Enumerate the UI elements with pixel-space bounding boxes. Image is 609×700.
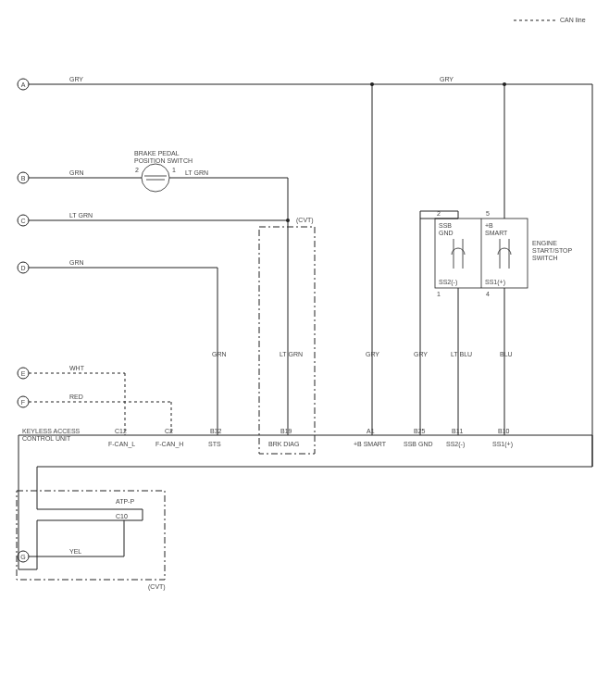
svg-text:A: A <box>21 81 26 88</box>
kacu-title2: CONTROL UNIT <box>22 435 71 442</box>
svg-text:GND: GND <box>439 230 454 236</box>
svg-text:WHT: WHT <box>69 365 85 371</box>
terminal-g: G <box>18 551 29 562</box>
legend-label: CAN line <box>560 17 586 23</box>
wire-b-grn: GRN <box>29 169 142 178</box>
svg-text:B19: B19 <box>280 428 292 434</box>
kacu-pin-c2: C2 F-CAN_H <box>155 428 183 448</box>
terminal-a: A <box>18 79 29 90</box>
svg-text:+B SMART: +B SMART <box>354 441 387 447</box>
cvt-label-bottom: (CVT) <box>148 583 166 591</box>
wire-color-c-left: LT GRN <box>69 212 93 219</box>
svg-text:F: F <box>21 399 25 406</box>
terminal-b: B <box>18 172 29 183</box>
engine-switch-label3: SWITCH <box>532 255 558 261</box>
svg-text:ATP-P: ATP-P <box>116 498 134 505</box>
node-ltgrn-junction <box>286 219 290 222</box>
wire-ss2-ltblu: LT BLU <box>451 288 472 435</box>
svg-text:D: D <box>20 265 25 271</box>
col-sts-color: GRN <box>212 351 227 357</box>
svg-text:SMART: SMART <box>485 230 508 236</box>
kacu-pin-b10: B10 SS1(+) <box>492 428 513 448</box>
svg-point-18 <box>142 164 169 192</box>
svg-text:C2: C2 <box>165 428 173 434</box>
svg-text:GRY: GRY <box>366 351 379 357</box>
engine-switch-label1: ENGINE <box>532 240 557 246</box>
svg-text:LT BLU: LT BLU <box>451 351 472 357</box>
svg-text:RED: RED <box>69 394 83 400</box>
terminal-c: C <box>18 215 29 226</box>
wire-b-ltgrn: LT GRN LT GRN <box>169 169 303 435</box>
terminal-f: F <box>18 396 29 407</box>
wire-color-b-left: GRN <box>69 169 84 176</box>
svg-text:YEL: YEL <box>69 548 81 555</box>
col-brk-color: LT GRN <box>280 351 303 357</box>
svg-text:2: 2 <box>135 167 139 173</box>
wire-c-ltgrn: LT GRN <box>29 212 288 220</box>
svg-text:SS1(+): SS1(+) <box>492 441 513 448</box>
engine-switch-contact-left <box>452 239 465 269</box>
kacu-pin-a1: A1 +B SMART <box>354 428 387 447</box>
wire-e-wht-can: WHT <box>29 365 125 435</box>
svg-text:B: B <box>21 175 26 181</box>
svg-text:4: 4 <box>486 291 490 297</box>
kacu-pin-b32: B32 STS <box>208 428 222 447</box>
svg-rect-26 <box>259 227 315 454</box>
svg-text:A1: A1 <box>367 428 375 434</box>
svg-text:C: C <box>20 218 25 224</box>
svg-text:F-CAN_L: F-CAN_L <box>108 441 135 448</box>
svg-text:E: E <box>21 370 26 377</box>
keyless-access-control-unit: KEYLESS ACCESS CONTROL UNIT <box>19 428 592 569</box>
node-bsmart-switch <box>503 82 506 86</box>
svg-text:+B: +B <box>485 222 493 229</box>
wire-ssbgnd-gry: GRY <box>414 219 458 435</box>
engine-start-stop-switch: 2 5 1 4 SSB GND +B SMART SS2(-) SS1(+) E… <box>435 210 573 297</box>
svg-text:C12: C12 <box>115 428 127 434</box>
kacu-pin-b19: B19 BRK DIAG <box>268 428 299 447</box>
svg-text:SS2(-): SS2(-) <box>439 279 457 286</box>
svg-text:GRY: GRY <box>414 351 428 357</box>
svg-text:F-CAN_H: F-CAN_H <box>155 441 183 448</box>
wire-g-yel: YEL <box>29 520 124 556</box>
brake-switch-label1: BRAKE PEDAL <box>134 150 180 156</box>
terminal-d: D <box>18 262 29 273</box>
kacu-pin-b11: B11 SS2(-) <box>446 428 465 448</box>
svg-text:SS1(+): SS1(+) <box>485 279 505 286</box>
terminal-e: E <box>18 368 29 379</box>
svg-text:G: G <box>20 554 25 560</box>
svg-text:C10: C10 <box>116 513 128 519</box>
svg-text:STS: STS <box>208 441 221 447</box>
kacu-pin-c12: C12 F-CAN_L <box>108 428 135 448</box>
wire-color-d-left: GRN <box>69 259 84 266</box>
kacu-title1: KEYLESS ACCESS <box>22 428 81 434</box>
svg-text:B10: B10 <box>498 428 510 434</box>
node-bsmart-top <box>370 82 374 86</box>
wire-bsmart-gry: GRY <box>366 84 379 435</box>
wire-ss1-blu: BLU <box>500 288 513 435</box>
svg-text:B25: B25 <box>414 428 426 434</box>
wire-d-grn: GRN GRN <box>29 259 227 435</box>
cvt-label-top: (CVT) <box>296 217 314 224</box>
wire-a-gry: GRY GRY <box>29 76 592 467</box>
kacu-pin-b25: B25 SSB GND <box>404 428 433 447</box>
svg-text:1: 1 <box>437 291 441 297</box>
wiring-diagram: CAN line A B C D E F G GRY GRY GRN <box>0 0 609 700</box>
wire-color-a-right: GRY <box>440 76 454 82</box>
cvt-group-top: (CVT) <box>259 217 315 454</box>
svg-text:B11: B11 <box>452 428 464 434</box>
engine-switch-contact-right <box>498 239 511 269</box>
brake-switch-label2: POSITION SWITCH <box>134 157 193 164</box>
svg-text:SS2(-): SS2(-) <box>446 441 465 448</box>
svg-text:B32: B32 <box>210 428 222 434</box>
engine-switch-label2: START/STOP <box>532 247 573 254</box>
brake-pedal-position-switch: 2 1 BRAKE PEDAL POSITION SWITCH <box>134 150 193 192</box>
wire-color-b-right: LT GRN <box>185 169 208 176</box>
svg-text:1: 1 <box>172 167 176 173</box>
wire-color-a-left: GRY <box>69 76 83 82</box>
svg-text:BRK DIAG: BRK DIAG <box>268 441 299 447</box>
svg-text:SSB: SSB <box>439 222 452 229</box>
svg-text:SSB GND: SSB GND <box>404 441 433 447</box>
cvt-group-bottom: (CVT) <box>17 491 166 591</box>
legend-can-line: CAN line <box>514 17 586 23</box>
svg-rect-90 <box>17 491 165 580</box>
